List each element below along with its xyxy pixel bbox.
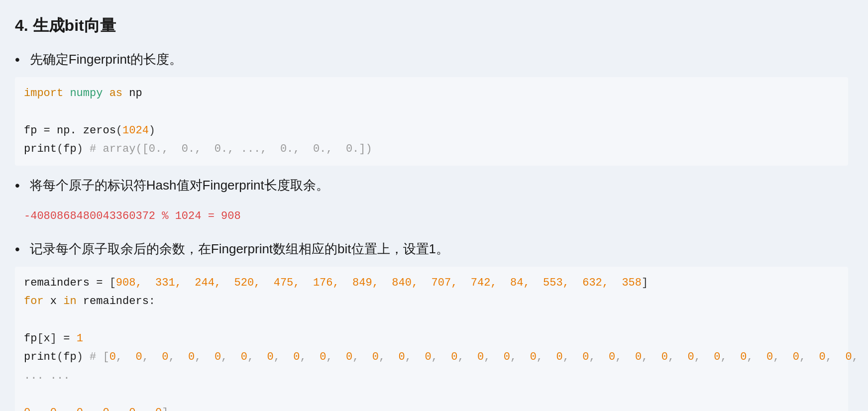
func-zeros: np. zeros [57, 124, 116, 137]
bullet-dot-2: • [15, 178, 20, 194]
hash-line: -4080868480043360372 % 1024 = 908 [15, 203, 848, 229]
var-x-idx: x [44, 332, 50, 345]
func-print2: print [24, 351, 57, 363]
op-eq3: = [63, 332, 70, 345]
bullet-item-3: • 记录每个原子取余后的余数，在Fingerprint数组相应的bit位置上，设… [15, 240, 848, 258]
comment-array: # array([0., 0., 0., ..., 0., 0., 0.]) [90, 143, 372, 155]
val-one: 1 [77, 332, 83, 345]
bullet-dot-3: • [15, 241, 20, 257]
remainder-values: 908, 331, 244, 520, 475, 176, 849, 840, … [116, 277, 642, 289]
ellipsis: ... ... [24, 370, 70, 382]
operator-eq: = [44, 124, 50, 137]
var-fp: fp [24, 124, 37, 137]
func-print: print [24, 143, 57, 155]
var-x: x [50, 295, 57, 308]
var-fp-x: fp [24, 332, 37, 345]
keyword-numpy: numpy [70, 87, 103, 100]
last-line: 0, 0, 0, 0, 0, 0] [24, 407, 168, 411]
bullet-item-2: • 将每个原子的标识符Hash值对Fingerprint长度取余。 [15, 177, 848, 194]
code-block-2: remainders = [908, 331, 244, 520, 475, 1… [15, 267, 848, 411]
var-remainders-ref: remainders [83, 295, 149, 308]
num-1024: 1024 [122, 124, 149, 137]
bullet-text-1: 先确定Fingerprint的长度。 [30, 51, 182, 68]
var-remainders: remainders [24, 277, 90, 289]
keyword-in: in [63, 295, 76, 308]
var-fp-print: fp [63, 143, 76, 155]
keyword-import: import [24, 87, 63, 100]
var-fp-print2: fp [63, 351, 76, 363]
bullet-text-2: 将每个原子的标识符Hash值对Fingerprint长度取余。 [30, 177, 329, 194]
keyword-for: for [24, 295, 44, 308]
bullet-item-1: • 先确定Fingerprint的长度。 [15, 51, 848, 68]
bullet-dot-1: • [15, 52, 20, 68]
keyword-np: np [129, 87, 142, 100]
keyword-as: as [109, 87, 122, 100]
comment-array2: # [0, 0, 0, 0, 0, 0, 0, 0, 0, 0, 0, 0, 0… [90, 351, 868, 363]
op-eq2: = [96, 277, 103, 289]
section-title: 4. 生成bit向量 [15, 15, 848, 37]
code-block-1: import numpy as np fp = np. zeros(1024) … [15, 77, 848, 166]
bullet-text-3: 记录每个原子取余后的余数，在Fingerprint数组相应的bit位置上，设置1… [30, 240, 449, 258]
